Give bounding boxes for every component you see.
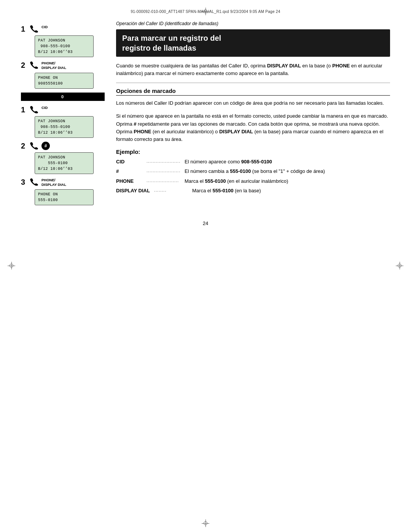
handset-icon-1: [29, 25, 40, 33]
lcd-box-s1-s2: PHONE ON 9085550100: [35, 73, 94, 89]
right-column: Operación del Caller ID (identificador d…: [116, 21, 390, 197]
separator-label: 0: [61, 94, 64, 99]
two-col-layout: 1 CID PAT JOHNSON 908-555-0100 B/12 10:0…: [21, 21, 390, 209]
step1-label: CID: [41, 25, 48, 29]
lcd-s2-s3-line-2: 555-0100: [38, 197, 90, 203]
ejemplo-text-display-dial: Marca el 555-0100 (en la base): [192, 187, 390, 195]
handset-icon-3: [29, 105, 40, 114]
ejemplo-label-phone: PHONE: [116, 177, 147, 185]
lcd-number-1: 9085550100: [38, 81, 90, 86]
lcd-s2-line-2: 908-555-0100: [38, 124, 90, 130]
section1-step2-row: 2 PHONE/DISPLAY DIAL: [21, 61, 105, 70]
ejemplo-label-display-dial: DISPLAY DIAL: [116, 187, 154, 195]
lcd-line-1: PAT JOHNSON: [38, 38, 90, 43]
s2-step1-label: CID: [41, 105, 48, 110]
handset-icon-2: [29, 61, 40, 69]
page-number: 24: [21, 220, 390, 226]
ejemplo-heading: Ejemplo:: [116, 149, 390, 155]
page-content: 1 CID PAT JOHNSON 908-555-0100 B/12 10:0…: [21, 21, 390, 517]
s2-step3-label: PHONE/DISPLAY DIAL: [41, 178, 66, 187]
ejemplo-label-hash: #: [116, 168, 147, 175]
lcd-box-s2-s2: PAT JOHNSON 555-0100 B/12 10:06’’03: [35, 152, 94, 174]
lcd-phone-on: PHONE ON: [38, 75, 90, 81]
section2-step2-row: 2 #: [21, 142, 105, 150]
ejemplo-dots-phone: .....................: [147, 177, 185, 184]
lcd-s2-line-1: PAT JOHNSON: [38, 118, 90, 124]
subtitle-italic: Operación del Caller ID (identificador d…: [116, 21, 390, 26]
ejemplo-row-cid: CID ...................... El número apa…: [116, 158, 390, 166]
crop-mark-area: 91-000092-010-000_ATT1487 SPAN-MANUAL_R1…: [0, 0, 411, 23]
lcd-line-2: 908-555-0100: [38, 43, 90, 49]
lcd-s2-s2-line-3: B/12 10:06’’03: [38, 166, 90, 172]
s2-step3-number: 3: [21, 178, 28, 186]
left-reg-mark: [8, 262, 15, 270]
lcd-box-s1-s1: PAT JOHNSON 908-555-0100 B/12 10:06’’03: [35, 35, 94, 57]
top-reg-mark: [202, 8, 209, 16]
section-title-box: Para marcar un registro del registro de …: [116, 29, 390, 57]
step2-number: 2: [21, 61, 28, 69]
marcado-paragraph: Si el número que aparece en la pantalla …: [116, 112, 390, 143]
handset-icon-4: [29, 142, 40, 150]
lcd-s2-s2-line-2: 555-0100: [38, 160, 90, 166]
ejemplo-text-cid: El número aparece como 908-555-0100: [185, 158, 390, 166]
section1-step1-row: 1 CID: [21, 25, 105, 33]
handset-icon-5: [29, 178, 40, 186]
ejemplo-row-display-dial: DISPLAY DIAL ........ Marca el 555-0100 …: [116, 187, 390, 195]
ejemplo-text-phone: Marca el 555-0100 (en el auricular inalá…: [185, 177, 390, 185]
section2-step1-row: 1 CID: [21, 105, 105, 114]
ejemplo-row-phone: PHONE ..................... Marca el 555…: [116, 177, 390, 185]
ejemplo-label-cid: CID: [116, 158, 147, 166]
ejemplo-dots-display-dial: ........: [154, 187, 192, 193]
hash-button-icon: #: [41, 142, 50, 150]
ejemplo-text-hash: El número cambia a 555-0100 (se borra el…: [185, 168, 390, 175]
opciones-heading: Opciones de marcado: [116, 88, 390, 96]
lcd-box-s2-s1: PAT JOHNSON 908-555-0100 B/12 10:06’’03: [35, 116, 94, 138]
intro-paragraph: Cuando se muestre cualquiera de las pant…: [116, 62, 390, 77]
step1-number: 1: [21, 25, 28, 33]
lcd-box-s2-s3: PHONE ON 555-0100: [35, 189, 94, 205]
s2-step1-number: 1: [21, 105, 28, 114]
bottom-reg-mark: [202, 519, 209, 528]
lcd-s2-line-3: B/12 10:06’’03: [38, 130, 90, 136]
ejemplo-dots-cid: ......................: [147, 158, 185, 165]
opciones-paragraph: Los números del Caller ID podrían aparec…: [116, 99, 390, 107]
ejemplo-row-hash: # ...................... El número cambi…: [116, 168, 390, 175]
section2-step3-row: 3 PHONE/DISPLAY DIAL: [21, 178, 105, 187]
lcd-line-3: B/12 10:06’’03: [38, 49, 90, 55]
s2-step2-number: 2: [21, 142, 28, 150]
lcd-s2-s3-line-1: PHONE ON: [38, 192, 90, 197]
section-title: Para marcar un registro del registro de …: [122, 33, 384, 53]
ejemplo-dots-hash: ......................: [147, 168, 185, 174]
left-column: 1 CID PAT JOHNSON 908-555-0100 B/12 10:0…: [21, 21, 105, 209]
lcd-s2-s2-line-1: PAT JOHNSON: [38, 155, 90, 160]
separator-bar: 0: [21, 93, 105, 101]
divider-1: [116, 83, 390, 83]
step2-label: PHONE/DISPLAY DIAL: [41, 61, 66, 70]
right-reg-mark: [396, 262, 403, 270]
